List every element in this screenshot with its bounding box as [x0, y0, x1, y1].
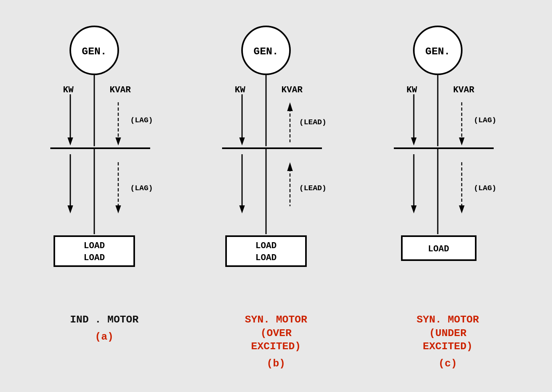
svg-text:GEN.: GEN. [82, 46, 107, 58]
svg-marker-15 [115, 205, 121, 213]
diagram-b-title: SYN. MOTOR(OVEREXCITED) [245, 313, 307, 354]
diagram-c-title: SYN. MOTOR(UNDEREXCITED) [417, 313, 479, 354]
svg-text:KW: KW [235, 85, 246, 95]
svg-text:(LAG): (LAG) [130, 184, 153, 193]
svg-text:GEN.: GEN. [425, 46, 450, 58]
diagram-a-sub: (a) [95, 331, 114, 343]
svg-text:KVAR: KVAR [453, 85, 475, 95]
svg-text:(LAG): (LAG) [474, 116, 496, 125]
svg-text:(LEAD): (LEAD) [299, 118, 326, 127]
svg-marker-26 [239, 137, 245, 145]
svg-text:(LAG): (LAG) [474, 184, 496, 193]
diagram-c: GEN. KW KVAR (LAG) [374, 22, 522, 370]
svg-text:LOAD: LOAD [256, 253, 277, 263]
svg-text:LOAD: LOAD [256, 241, 277, 251]
svg-marker-35 [287, 162, 293, 171]
svg-marker-33 [239, 205, 245, 213]
svg-text:KVAR: KVAR [110, 85, 131, 95]
svg-text:GEN.: GEN. [254, 46, 278, 58]
svg-marker-55 [459, 205, 465, 213]
svg-marker-46 [411, 137, 417, 145]
svg-text:(LEAD): (LEAD) [299, 184, 326, 193]
svg-text:LOAD: LOAD [428, 244, 449, 254]
diagram-a-title: IND . MOTOR [70, 313, 139, 327]
svg-text:KW: KW [407, 85, 417, 95]
svg-marker-8 [115, 137, 121, 145]
svg-marker-48 [459, 137, 465, 145]
diagram-c-sub: (c) [439, 358, 457, 370]
svg-text:KVAR: KVAR [282, 85, 303, 95]
diagram-b-sub: (b) [267, 358, 286, 370]
svg-text:(LAG): (LAG) [130, 116, 153, 125]
svg-text:KW: KW [63, 85, 74, 95]
svg-marker-53 [411, 205, 417, 213]
svg-text:LOAD: LOAD [84, 241, 105, 251]
main-container: GEN. KW KVAR (LAG) [0, 6, 552, 386]
svg-text:LOAD: LOAD [84, 253, 105, 263]
diagram-b: GEN. KW KVAR (LEAD) [202, 22, 350, 370]
svg-marker-13 [68, 205, 73, 213]
svg-marker-28 [287, 102, 293, 111]
diagram-a: GEN. KW KVAR (LAG) [30, 22, 178, 343]
svg-marker-6 [68, 137, 73, 145]
